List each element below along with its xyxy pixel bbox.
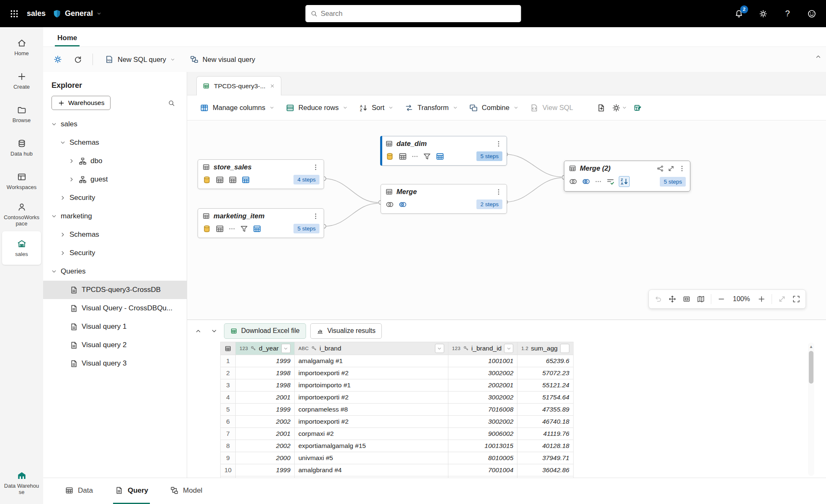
workspace-switcher[interactable]: General	[52, 9, 102, 18]
refresh-button[interactable]	[70, 51, 86, 67]
more-options-icon[interactable]	[312, 164, 319, 171]
query-node-merge-2[interactable]: Merge (2) 5 steps	[564, 161, 690, 192]
tree-item-visual-query-crossdbqu-[interactable]: Visual Query - CrossDBQu...	[43, 299, 187, 317]
expand-node-icon[interactable]	[667, 165, 675, 172]
view-sql-button[interactable]: View SQL	[525, 100, 577, 116]
sort-step-selected[interactable]	[619, 176, 630, 187]
cell-i-brand[interactable]: univmaxi #5	[294, 452, 448, 464]
query-node-date-dim[interactable]: date_dim 5 steps	[381, 136, 507, 166]
share-flow-icon[interactable]	[656, 165, 664, 172]
cell-sum-agg[interactable]: 51754.64	[517, 391, 574, 404]
tree-item-queries[interactable]: Queries	[43, 262, 187, 281]
ribbon-tab-home[interactable]: Home	[55, 31, 80, 46]
collapsed-steps-icon[interactable]	[411, 153, 419, 160]
rail-item-data-warehouse[interactable]: Data Warehouse	[2, 466, 41, 500]
app-launcher-button[interactable]	[8, 8, 20, 20]
cell-i-brand-id[interactable]: 10013015	[448, 440, 517, 452]
cell-i-brand[interactable]: importoexporti #2	[294, 416, 448, 428]
tree-item-schemas[interactable]: Schemas	[43, 133, 187, 152]
steps-badge[interactable]: 5 steps	[293, 224, 319, 233]
tree-item-guest[interactable]: guest	[43, 170, 187, 189]
reduce-rows-button[interactable]: Reduce rows	[281, 100, 352, 116]
search-input[interactable]	[321, 10, 516, 18]
data-source-icon[interactable]	[385, 152, 394, 161]
warehouse-settings-button[interactable]	[50, 51, 66, 67]
merge-step-icon[interactable]	[569, 177, 578, 186]
chevron-right-icon[interactable]	[68, 176, 75, 183]
combine-button[interactable]: Combine	[465, 100, 523, 116]
steps-badge[interactable]: 2 steps	[476, 200, 502, 209]
cell-i-brand[interactable]: amalgbrand #4	[294, 464, 448, 476]
zoom-out-icon[interactable]	[717, 295, 726, 303]
cell-sum-agg[interactable]: 55121.24	[517, 379, 574, 391]
data-source-icon[interactable]	[202, 175, 211, 184]
add-warehouses-button[interactable]: Warehouses	[51, 96, 111, 110]
query-node-merge[interactable]: Merge 2 steps	[381, 184, 507, 214]
filter-step-icon[interactable]	[422, 152, 432, 161]
cell-i-brand[interactable]: importoexporti #2	[294, 391, 448, 404]
tree-item-dbo[interactable]: dbo	[43, 152, 187, 170]
merge-queries-icon[interactable]	[398, 200, 407, 209]
expand-results-button[interactable]	[192, 325, 204, 337]
column-header-d-year[interactable]: 123 d_year	[236, 342, 295, 355]
more-options-icon[interactable]	[495, 188, 502, 196]
data-source-icon[interactable]	[202, 224, 211, 233]
query-tab[interactable]: TPCDS-query3-...	[196, 76, 281, 95]
cell-d-year[interactable]: 2001	[236, 391, 295, 404]
merge-queries-icon[interactable]	[582, 177, 591, 186]
new-sql-query-button[interactable]: New SQL query	[100, 51, 180, 67]
cell-i-brand[interactable]: importoexporti #2	[294, 367, 448, 379]
cell-i-brand[interactable]: exportiamalgamalg #15	[294, 440, 448, 452]
sort-descending-button[interactable]	[560, 344, 569, 353]
view-tab-model[interactable]: Model	[168, 478, 204, 504]
cell-d-year[interactable]: 2001	[236, 428, 295, 440]
query-node-store-sales[interactable]: store_sales 4 steps	[198, 159, 324, 189]
grid-corner-cell[interactable]	[221, 342, 236, 355]
rail-item-data-hub[interactable]: Data hub	[2, 131, 41, 164]
tree-item-visual-query-3[interactable]: Visual query 3	[43, 354, 187, 373]
cell-sum-agg[interactable]: 41119.76	[517, 428, 574, 440]
minimap-icon[interactable]	[697, 295, 705, 303]
merge-step-icon[interactable]	[385, 200, 394, 209]
cell-sum-agg[interactable]: 65239.6	[517, 355, 574, 367]
collapsed-steps-icon[interactable]	[228, 225, 236, 233]
tree-item-schemas[interactable]: Schemas	[43, 225, 187, 244]
rail-item-workspaces[interactable]: Workspaces	[2, 164, 41, 198]
tree-item-marketing[interactable]: marketing	[43, 207, 187, 225]
chevron-right-icon[interactable]	[68, 158, 75, 164]
settings-button[interactable]	[757, 8, 769, 20]
cell-i-brand[interactable]: amalgamalg #1	[294, 355, 448, 367]
column-header-i-brand-id[interactable]: 123 i_brand_id	[448, 342, 517, 355]
more-options-icon[interactable]	[495, 140, 502, 148]
cell-d-year[interactable]: 1998	[236, 379, 295, 391]
product-name[interactable]: sales	[27, 9, 46, 18]
step-table-icon[interactable]	[398, 152, 407, 161]
cell-i-brand-id[interactable]: 3002002	[448, 367, 517, 379]
filter-dropdown-button[interactable]	[281, 344, 291, 353]
zoom-in-icon[interactable]	[757, 295, 766, 303]
cell-d-year[interactable]: 2002	[236, 416, 295, 428]
collapsed-steps-icon[interactable]	[594, 178, 602, 185]
cell-i-brand-id[interactable]: 9006002	[448, 428, 517, 440]
cell-i-brand-id[interactable]: 3002002	[448, 391, 517, 404]
cell-i-brand-id[interactable]: 7001004	[448, 464, 517, 476]
chevron-down-icon[interactable]	[59, 139, 66, 146]
rail-item-sales[interactable]: sales	[2, 231, 41, 265]
transform-button[interactable]: Transform	[400, 100, 462, 116]
cell-sum-agg[interactable]: 37949.71	[517, 452, 574, 464]
export-template-button[interactable]	[593, 100, 609, 116]
tree-item-sales[interactable]: sales	[43, 115, 187, 133]
cell-d-year[interactable]: 1999	[236, 404, 295, 416]
cell-sum-agg[interactable]: 47355.89	[517, 404, 574, 416]
filter-step-icon[interactable]	[239, 224, 249, 233]
cell-i-brand-id[interactable]: 2002001	[448, 379, 517, 391]
help-button[interactable]: ?	[782, 8, 793, 20]
collapse-ribbon-button[interactable]	[815, 53, 822, 60]
choose-columns-step-icon[interactable]	[606, 177, 615, 186]
column-header-i-brand[interactable]: ABC i_brand	[294, 342, 448, 355]
vertical-scrollbar[interactable]: ▲	[808, 343, 814, 476]
current-step-icon[interactable]	[252, 224, 262, 233]
tree-item-tpcds-query3-crossdb[interactable]: TPCDS-query3-CrossDB	[43, 281, 187, 299]
chevron-down-icon[interactable]	[51, 268, 57, 275]
step-table-icon[interactable]	[228, 175, 237, 184]
